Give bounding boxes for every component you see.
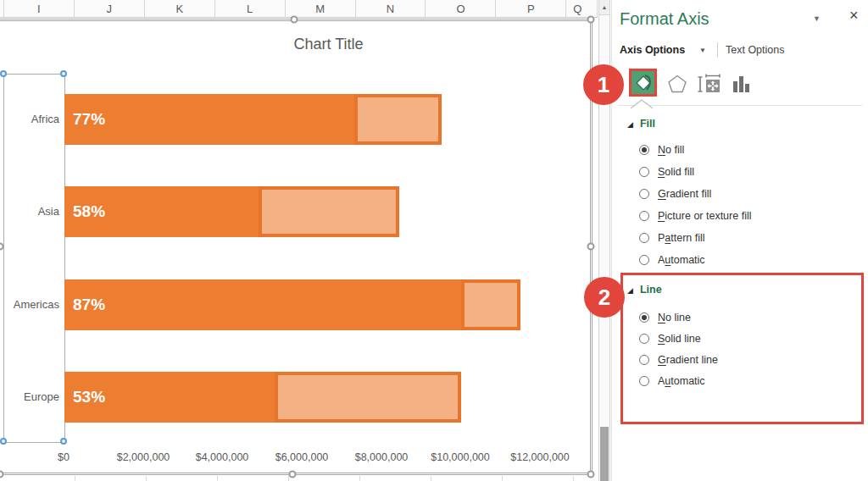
chart-handle-bottom-left[interactable] [0, 471, 4, 478]
tab-axis-options-chart[interactable] [729, 71, 754, 97]
column-header-J[interactable]: J [75, 0, 145, 17]
radio-icon[interactable] [639, 355, 649, 365]
gridline [75, 476, 75, 481]
radio-option-no-line[interactable]: No line [639, 310, 691, 325]
data-label[interactable]: 58% [73, 186, 105, 237]
radio-icon[interactable] [639, 167, 649, 177]
radio-option-pattern-fill[interactable]: Pattern fill [639, 230, 705, 246]
radio-label: Pattern fill [658, 232, 705, 244]
pane-title: Format Axis [620, 9, 709, 29]
radio-label: Solid fill [658, 166, 694, 178]
bar-remaining[interactable] [354, 94, 442, 145]
data-label[interactable]: 87% [73, 279, 105, 330]
bar-chart-icon [732, 75, 751, 93]
scrollbar-up-arrow-icon[interactable]: ▲ [599, 0, 609, 15]
bar-remaining[interactable] [275, 372, 461, 423]
column-header-row: IJKLMNOPQ [0, 0, 598, 18]
axis-handle-top-right[interactable] [60, 70, 67, 77]
chart-title[interactable]: Chart Title [67, 33, 590, 55]
data-label[interactable]: 53% [73, 372, 105, 423]
radio-option-picture-or-texture-fill[interactable]: Picture or texture fill [639, 208, 751, 224]
x-axis-tick-label[interactable]: $8,000,000 [339, 451, 424, 463]
radio-icon[interactable] [639, 233, 649, 243]
x-axis-tick-label[interactable]: $2,000,000 [101, 451, 186, 463]
bar-remaining[interactable] [259, 186, 399, 237]
radio-option-gradient-fill[interactable]: Gradient fill [639, 186, 711, 202]
column-header-N[interactable]: N [356, 0, 426, 17]
pane-divider [618, 105, 862, 106]
radio-icon[interactable] [639, 211, 649, 221]
radio-label: Picture or texture fill [658, 210, 751, 222]
bar-row: 53% [64, 372, 461, 423]
tab-fill-and-line[interactable] [629, 69, 657, 97]
data-label[interactable]: 77% [73, 94, 105, 145]
category-label-africa: Africa [5, 94, 59, 145]
radio-option-automatic[interactable]: Automatic [639, 373, 705, 389]
radio-label: Solid line [658, 333, 701, 345]
radio-icon[interactable] [639, 255, 649, 265]
annotation-badge-1: 1 [583, 64, 624, 105]
bar-row: 77% [64, 94, 442, 145]
gridline [502, 476, 503, 481]
tab-axis-options[interactable]: Axis Options [620, 44, 685, 56]
chart-handle-bottom-right[interactable] [587, 471, 595, 478]
radio-icon[interactable] [639, 334, 649, 344]
chart-area[interactable]: Chart Title Africa77%Asia58%Americas87%E… [0, 19, 593, 475]
tab-text-options[interactable]: Text Options [726, 44, 784, 56]
column-header-I[interactable]: I [4, 0, 75, 17]
axis-options-dropdown-icon[interactable]: ▼ [699, 47, 706, 54]
selected-tab-pointer [630, 97, 654, 112]
bar-row: 87% [64, 279, 521, 330]
x-axis-tick-label[interactable]: $0 [21, 451, 106, 463]
chart-handle-top-center[interactable] [291, 16, 298, 24]
axis-handle-bottom-right[interactable] [60, 438, 67, 445]
tab-effects[interactable] [665, 71, 690, 97]
gridline [431, 476, 431, 481]
gridline [146, 476, 147, 481]
radio-option-solid-fill[interactable]: Solid fill [639, 164, 694, 180]
column-header-Q[interactable]: Q [566, 0, 598, 17]
close-icon[interactable]: × [849, 7, 859, 24]
tab-divider [717, 42, 718, 58]
pane-menu-chevron-icon[interactable]: ▼ [813, 14, 821, 23]
radio-option-gradient-line[interactable]: Gradient line [639, 352, 718, 368]
x-axis-tick-label[interactable]: $12,000,000 [498, 451, 582, 463]
column-header-P[interactable]: P [496, 0, 566, 17]
column-header-K[interactable]: K [145, 0, 215, 17]
radio-option-solid-line[interactable]: Solid line [639, 331, 701, 346]
radio-label: No fill [658, 144, 684, 156]
column-header-L[interactable]: L [215, 0, 286, 17]
gridline [359, 476, 360, 481]
chart-handle-bottom-center[interactable] [289, 471, 297, 478]
radio-selected-icon[interactable] [639, 312, 649, 323]
section-header-fill[interactable]: ◢Fill [627, 118, 655, 130]
x-axis-tick-label[interactable]: $6,000,000 [259, 451, 344, 463]
annotation-badge-2: 2 [584, 277, 625, 318]
size-properties-icon [698, 74, 721, 94]
chart-handle-top-right[interactable] [587, 16, 595, 24]
radio-icon[interactable] [639, 376, 649, 386]
axis-handle-top-left[interactable] [0, 70, 7, 77]
x-axis-tick-label[interactable]: $10,000,000 [418, 451, 503, 463]
scrollbar-thumb[interactable] [600, 427, 609, 481]
bar-actual[interactable] [64, 279, 461, 330]
category-label-asia: Asia [5, 186, 59, 237]
column-header-O[interactable]: O [426, 0, 496, 17]
radio-option-automatic[interactable]: Automatic [639, 252, 705, 268]
radio-label: Gradient line [658, 354, 718, 366]
section-title: Line [640, 284, 662, 296]
bar-remaining[interactable] [461, 279, 520, 330]
gridline [573, 476, 574, 481]
bar-actual[interactable] [64, 94, 354, 145]
tab-size-and-properties[interactable] [697, 71, 722, 97]
x-axis-tick-label[interactable]: $4,000,000 [180, 451, 264, 463]
radio-option-no-fill[interactable]: No fill [639, 142, 684, 158]
radio-selected-icon[interactable] [639, 145, 649, 155]
axis-handle-bottom-left[interactable] [0, 438, 7, 445]
section-header-line[interactable]: ◢Line [627, 284, 662, 296]
radio-icon[interactable] [639, 189, 649, 199]
column-header-M[interactable]: M [286, 0, 356, 17]
gridline [217, 476, 218, 481]
radio-label: Gradient fill [658, 188, 711, 200]
chart-handle-right-middle[interactable] [587, 243, 595, 251]
